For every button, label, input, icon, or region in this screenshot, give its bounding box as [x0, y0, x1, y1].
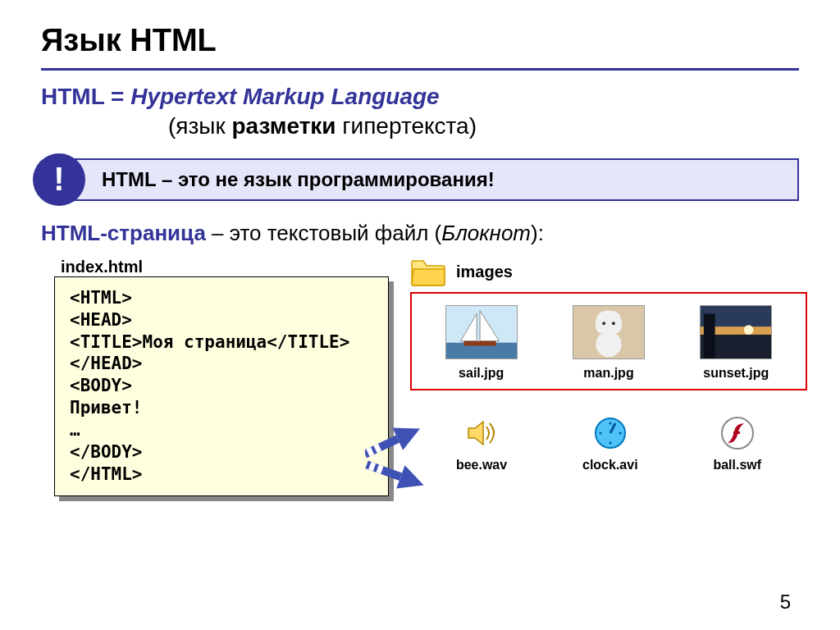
folder-label: images: [456, 262, 513, 281]
svg-point-7: [596, 331, 621, 357]
code-line: </BODY>: [70, 442, 143, 462]
asset-swf: ball.swf: [713, 415, 761, 472]
page-desc-accent: HTML-страница: [41, 221, 206, 245]
subtitle-html-label: HTML =: [41, 84, 124, 109]
thumb-caption: sail.jpg: [459, 366, 504, 381]
svg-rect-4: [463, 341, 495, 346]
code-line: </HEAD>: [70, 354, 143, 373]
code-line: Привет!: [70, 398, 143, 418]
svg-rect-14: [704, 313, 715, 358]
arrows-icon: [365, 414, 463, 513]
asset-wav: bee.wav: [456, 415, 507, 472]
svg-rect-23: [733, 431, 740, 434]
slide-title: Язык HTML: [0, 0, 840, 68]
paren-prefix: (язык: [168, 113, 231, 139]
svg-marker-27: [392, 418, 425, 450]
asset-avi: clock.avi: [582, 415, 638, 472]
svg-point-19: [609, 441, 611, 444]
svg-point-20: [599, 431, 601, 434]
title-rule: [41, 68, 799, 71]
man-thumb-icon: [573, 305, 644, 359]
svg-point-17: [609, 422, 611, 424]
code-line: <HEAD>: [70, 310, 132, 330]
svg-point-8: [602, 322, 605, 325]
thumb-caption: man.jpg: [583, 366, 633, 381]
asset-caption: ball.swf: [713, 458, 761, 472]
asset-caption: clock.avi: [582, 458, 638, 472]
images-column: images sail.jpg: [410, 258, 807, 501]
sunset-thumb-icon: [701, 305, 771, 359]
images-box: sail.jpg man.jpg: [410, 292, 807, 390]
folder-icon: [410, 258, 446, 287]
page-desc-italic: Блокнот: [441, 221, 531, 245]
code-line: <HTML>: [70, 288, 132, 308]
flash-icon: [719, 415, 756, 451]
subtitle-paren: (язык разметки гипертекста): [41, 112, 799, 141]
code-box: <HTML> <HEAD> <TITLE>Моя страница</TITLE…: [54, 276, 389, 496]
code-line: </HTML>: [70, 464, 143, 484]
thumb-caption: sunset.jpg: [703, 366, 769, 381]
code-line: …: [70, 420, 80, 440]
svg-point-18: [619, 431, 621, 434]
sail-thumb-icon: [446, 305, 517, 359]
callout-symbol: !: [33, 153, 85, 206]
assets-row: bee.wav clock.avi b: [410, 415, 807, 472]
page-desc-mid: – это текстовый файл (: [206, 221, 441, 245]
page-desc: HTML-страница – это текстовый файл (Блок…: [0, 221, 840, 258]
svg-point-13: [744, 325, 754, 335]
page-number: 5: [780, 591, 791, 614]
svg-marker-15: [468, 422, 483, 445]
code-line: <TITLE>Моя страница</TITLE>: [70, 332, 349, 352]
paren-suffix: гипертекста): [336, 113, 477, 139]
speaker-icon: [463, 415, 500, 451]
callout: ! HTML – это не язык программирования!: [33, 153, 799, 206]
svg-marker-31: [396, 465, 427, 496]
svg-point-9: [612, 322, 615, 325]
page-desc-tail: ):: [531, 221, 544, 245]
thumb-sunset: sunset.jpg: [700, 305, 772, 381]
thumb-sail: sail.jpg: [445, 305, 518, 381]
code-column: index.html <HTML> <HEAD> <TITLE>Моя стра…: [33, 258, 394, 501]
asset-caption: bee.wav: [456, 458, 507, 472]
callout-text: HTML – это не язык программирования!: [59, 158, 799, 201]
clock-icon: [592, 415, 628, 451]
paren-bold: разметки: [231, 113, 336, 139]
subtitle-expansion: Hypertext Markup Language: [130, 84, 440, 109]
thumb-man: man.jpg: [573, 305, 645, 381]
subtitle: HTML = Hypertext Markup Language (язык р…: [0, 82, 840, 142]
code-line: <BODY>: [70, 376, 132, 395]
